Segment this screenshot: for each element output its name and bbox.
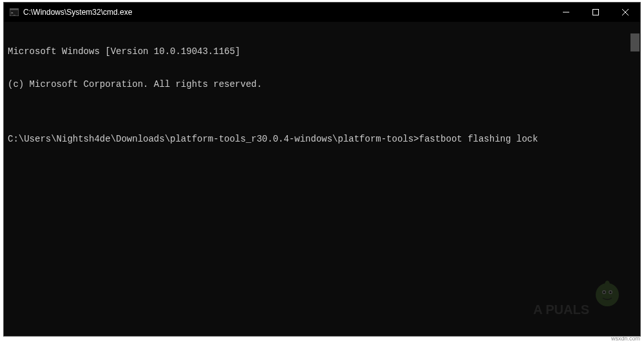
terminal-content: Microsoft Windows [Version 10.0.19043.11… <box>4 22 640 169</box>
minimize-button[interactable] <box>551 3 581 22</box>
cmd-window: >_ C:\Windows\System32\cmd.exe Microsoft… <box>3 2 641 337</box>
window-title: C:\Windows\System32\cmd.exe <box>23 8 132 17</box>
terminal-prompt-line: C:\Users\Nightsh4de\Downloads\platform-t… <box>8 134 636 145</box>
terminal-line: (c) Microsoft Corporation. All rights re… <box>8 79 636 90</box>
prompt-path: C:\Users\Nightsh4de\Downloads\platform-t… <box>8 134 419 144</box>
svg-point-10 <box>603 292 605 293</box>
scrollbar-thumb[interactable] <box>630 33 639 51</box>
titlebar-left: >_ C:\Windows\System32\cmd.exe <box>4 7 132 17</box>
typed-command: fastboot flashing lock <box>419 134 538 144</box>
cmd-icon: >_ <box>9 7 19 17</box>
window-controls <box>551 3 640 22</box>
svg-point-7 <box>596 283 619 306</box>
svg-point-9 <box>609 290 612 294</box>
titlebar[interactable]: >_ C:\Windows\System32\cmd.exe <box>4 3 640 22</box>
terminal-body[interactable]: Microsoft Windows [Version 10.0.19043.11… <box>4 22 640 336</box>
maximize-button[interactable] <box>581 3 611 22</box>
close-button[interactable] <box>611 3 640 22</box>
svg-rect-4 <box>593 10 599 15</box>
svg-point-12 <box>605 281 610 288</box>
source-attribution: wsxdn.com <box>611 335 640 342</box>
watermark-logo: A PUALS <box>533 277 623 324</box>
svg-point-8 <box>602 290 606 294</box>
svg-text:>_: >_ <box>11 10 16 15</box>
terminal-line: Microsoft Windows [Version 10.0.19043.11… <box>8 46 636 57</box>
svg-point-11 <box>610 292 612 293</box>
svg-text:A  PUALS: A PUALS <box>533 302 589 317</box>
scrollbar-track[interactable] <box>630 22 640 336</box>
